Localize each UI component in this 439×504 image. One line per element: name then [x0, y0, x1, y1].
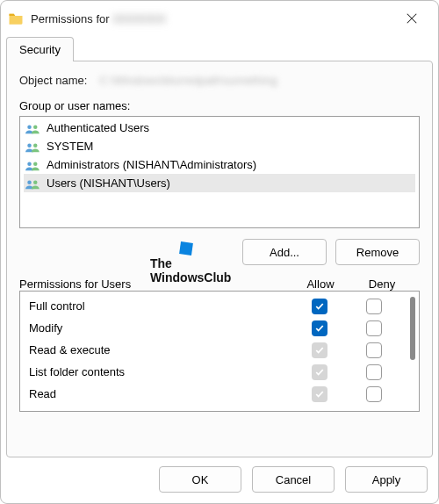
allow-checkbox[interactable] — [312, 386, 327, 402]
list-item[interactable]: Authenticated Users — [24, 119, 415, 137]
permission-row: Modify — [25, 317, 401, 339]
svg-point-3 — [33, 143, 38, 148]
scrollbar[interactable] — [407, 292, 419, 411]
allow-checkbox[interactable] — [312, 342, 327, 358]
svg-point-2 — [27, 143, 32, 148]
group-label: Group or user names: — [19, 99, 420, 112]
cancel-button[interactable]: Cancel — [252, 466, 335, 493]
permission-name: Full control — [25, 299, 292, 313]
object-name-row: Object name: C:\Windows\blurredpath\some… — [19, 74, 420, 87]
users-icon — [25, 122, 41, 134]
remove-button[interactable]: Remove — [335, 239, 420, 265]
permissions-header: Permissions for Users Allow Deny — [19, 277, 420, 291]
window-title: Permissions for XXXXXXX — [31, 12, 392, 25]
allow-checkbox[interactable] — [312, 364, 327, 380]
deny-column-header: Deny — [351, 277, 413, 291]
tabstrip: Security — [1, 36, 438, 61]
principal-name: Authenticated Users — [47, 119, 149, 136]
svg-point-6 — [27, 180, 32, 184]
tab-security[interactable]: Security — [6, 37, 74, 61]
dialog-buttons: OK Cancel Apply — [1, 457, 438, 503]
allow-column-header: Allow — [290, 277, 351, 291]
deny-checkbox[interactable] — [366, 364, 382, 380]
users-icon — [25, 177, 41, 190]
principal-name: SYSTEM — [47, 138, 93, 155]
permission-row: Full control — [25, 295, 401, 317]
svg-point-7 — [33, 180, 38, 184]
close-button[interactable] — [392, 4, 431, 32]
list-item[interactable]: Administrators (NISHANT\Administrators) — [24, 155, 415, 174]
object-name-value: C:\Windows\blurredpath\something — [99, 74, 420, 87]
users-icon — [25, 140, 41, 153]
list-item[interactable]: SYSTEM — [24, 137, 415, 155]
deny-checkbox[interactable] — [366, 342, 382, 358]
permission-name: Modify — [25, 321, 292, 335]
scrollbar-thumb[interactable] — [410, 297, 415, 360]
add-button[interactable]: Add... — [242, 239, 327, 265]
users-icon — [25, 159, 41, 171]
ok-button[interactable]: OK — [159, 466, 241, 493]
permission-row: Read & execute — [25, 339, 401, 361]
deny-checkbox[interactable] — [366, 299, 382, 314]
permission-row: List folder contents — [25, 361, 401, 383]
titlebar: Permissions for XXXXXXX — [1, 1, 438, 36]
svg-point-4 — [27, 162, 32, 166]
apply-button[interactable]: Apply — [345, 466, 428, 493]
tab-content: Object name: C:\Windows\blurredpath\some… — [6, 61, 433, 457]
principal-buttons: Add... Remove — [19, 239, 420, 265]
allow-checkbox[interactable] — [312, 299, 327, 314]
permissions-listbox: Full control Modify Read & execute List … — [19, 291, 420, 412]
principal-name: Administrators (NISHANT\Administrators) — [47, 156, 256, 173]
permissions-dialog: Permissions for XXXXXXX Security Object … — [0, 0, 439, 504]
permission-name: Read & execute — [25, 343, 292, 356]
permission-row: Read — [25, 383, 401, 405]
folder-icon — [8, 11, 24, 26]
svg-point-5 — [33, 162, 38, 166]
object-name-label: Object name: — [19, 74, 87, 87]
permissions-for-label: Permissions for Users — [19, 277, 290, 291]
svg-point-0 — [27, 125, 32, 129]
permission-name: List folder contents — [25, 365, 292, 378]
permissions-scroll: Full control Modify Read & execute List … — [20, 292, 407, 411]
principals-listbox[interactable]: Authenticated Users SYSTEM Administrator… — [19, 116, 420, 228]
allow-checkbox[interactable] — [312, 320, 327, 336]
deny-checkbox[interactable] — [366, 386, 382, 402]
svg-point-1 — [33, 125, 38, 129]
list-item[interactable]: Users (NISHANT\Users) — [24, 174, 415, 192]
deny-checkbox[interactable] — [366, 320, 382, 336]
title-blurred: XXXXXXX — [112, 12, 166, 25]
principal-name: Users (NISHANT\Users) — [47, 175, 170, 191]
permission-name: Read — [25, 387, 292, 400]
